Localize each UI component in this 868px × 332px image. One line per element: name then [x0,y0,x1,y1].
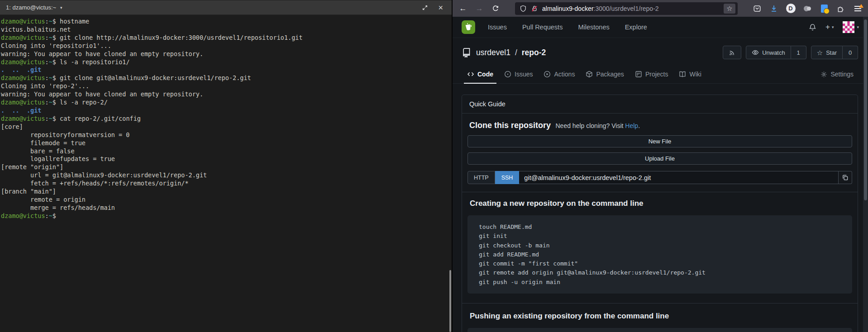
code-line: touch README.md [479,223,845,232]
nav-milestones[interactable]: Milestones [578,24,609,31]
terminal-line: dzamo@victus:~$ cat repo-2/.git/config [1,115,452,123]
url-path: :3000/usrdevel1/repo-2 [594,5,659,12]
extension-circles-icon[interactable] [801,2,814,15]
terminal-line: Cloning into 'repo-2'... [1,82,452,90]
terminal-line: logallrefupdates = true [1,155,452,163]
terminal-line: warning: You appear to have cloned an em… [1,50,452,58]
nav-pull-requests[interactable]: Pull Requests [522,24,563,31]
repo-name-link[interactable]: repo-2 [522,48,546,57]
page-scrollbar[interactable] [863,17,868,332]
eye-icon [752,49,759,56]
nav-explore[interactable]: Explore [625,24,647,31]
bookmark-star-icon[interactable]: ☆ [724,4,735,14]
terminal-window: 1: dzamo@victus:~ ▾ × dzamo@victus:~$ ho… [0,0,452,332]
clone-title: Clone this repository [469,121,551,130]
chevron-down-icon[interactable]: ▾ [60,5,62,10]
back-button[interactable]: ← [456,2,470,15]
chevron-down-icon: ▾ [832,25,834,29]
new-repo-title: Creating a new repository on the command… [470,199,852,208]
new-file-button[interactable]: New File [467,135,852,147]
tab-actions[interactable]: Actions [538,65,580,83]
gitea-page: Issues Pull Requests Milestones Explore … [453,17,868,332]
clone-url-row: HTTP SSH git@almalinux9-docker:usrdevel1… [467,171,852,184]
repo-content-box: Quick Guide Clone this repository Need h… [462,95,858,332]
shield-icon[interactable] [520,5,527,12]
project-board-icon [635,71,642,78]
push-existing-section: Pushing an existing repository from the … [462,304,858,332]
new-repo-code-block[interactable]: touch README.mdgit initgit checkout -b m… [467,215,852,294]
terminal-line: [core] [1,123,452,131]
terminal-line: fetch = +refs/heads/*:refs/remotes/origi… [1,180,452,188]
push-existing-code-block[interactable] [467,328,852,332]
restore-window-icon[interactable] [422,5,428,11]
help-link[interactable]: Help [625,122,638,129]
plus-icon: + [825,23,830,32]
rss-button[interactable] [723,46,741,59]
repo-owner-link[interactable]: usrdevel1 [476,48,510,57]
clone-url-input[interactable]: git@almalinux9-docker:usrdevel1/repo-2.g… [519,171,839,184]
terminal-line: dzamo@victus:~$ git clone http://almalin… [1,34,452,42]
url-host: almalinux9-docker [542,5,594,12]
tab-code[interactable]: Code [462,65,499,83]
star-button[interactable]: ☆ Star [811,46,843,59]
new-repo-section: Creating a new repository on the command… [462,192,858,304]
browser-window: ← → [452,0,868,332]
notifications-bell-icon[interactable] [809,24,816,31]
screen: 1: dzamo@victus:~ ▾ × dzamo@victus:~$ ho… [0,0,868,332]
chevron-down-icon: ▾ [857,25,859,29]
pocket-icon[interactable] [750,2,764,15]
url-bar[interactable]: almalinux9-docker:3000/usrdevel1/repo-2 … [515,2,738,15]
terminal-line: victus.balaitus.net [1,26,452,34]
create-new-button[interactable]: + ▾ [825,23,834,32]
gear-icon [820,71,827,78]
terminal-output[interactable]: dzamo@victus:~$ hostnamevictus.balaitus.… [0,15,452,220]
star-count[interactable]: 0 [843,46,858,59]
tab-packages[interactable]: Packages [580,65,629,83]
terminal-line: url = git@almalinux9-docker:usrdevel1/re… [1,171,452,180]
close-icon[interactable]: × [438,4,443,12]
page-scrollbar-thumb[interactable] [864,19,867,200]
star-icon: ☆ [817,49,823,56]
code-line: git remote add origin git@almalinux9-doc… [479,268,845,277]
terminal-line: merge = refs/heads/main [1,204,452,212]
unwatch-button[interactable]: Unwatch [746,46,791,59]
ssh-toggle-button[interactable]: SSH [495,171,520,184]
nav-issues[interactable]: Issues [488,24,507,31]
gitea-navbar: Issues Pull Requests Milestones Explore … [453,17,868,38]
forward-button[interactable]: → [472,2,486,15]
terminal-line: dzamo@victus:~$ [1,212,452,220]
tab-issues[interactable]: Issues [499,65,538,83]
extension-d-icon[interactable]: D [784,2,797,15]
terminal-scrollbar[interactable] [449,270,451,332]
tab-settings[interactable]: Settings [815,65,859,83]
code-line: git init [479,232,845,241]
avatar [843,21,854,33]
watch-count[interactable]: 1 [791,46,806,59]
code-icon [467,71,474,78]
repo-icon [462,47,472,57]
download-icon[interactable] [767,2,781,15]
gitea-logo[interactable] [462,20,475,34]
extension-doc-icon[interactable] [817,2,831,15]
user-menu[interactable]: ▾ [843,21,859,33]
reload-button[interactable] [489,2,502,15]
repo-tabbar: Code Issues Actions [453,65,868,84]
package-icon [586,71,593,78]
terminal-line: bare = false [1,147,452,156]
extensions-puzzle-icon[interactable] [834,2,848,15]
push-existing-title: Pushing an existing repository from the … [470,312,852,321]
terminal-line: . .. .git [1,66,452,74]
upload-file-button[interactable]: Upload File [467,152,852,165]
quick-guide-header: Quick Guide [462,95,858,114]
browser-toolbar: ← → [453,0,868,17]
tab-wiki[interactable]: Wiki [673,65,706,83]
terminal-line: filemode = true [1,139,452,147]
menu-hamburger-icon[interactable] [851,2,864,15]
tab-projects[interactable]: Projects [630,65,674,83]
http-toggle-button[interactable]: HTTP [467,171,495,184]
terminal-titlebar[interactable]: 1: dzamo@victus:~ ▾ × [0,0,452,15]
clone-section: Clone this repository Need help cloning?… [462,114,858,192]
insecure-lock-icon[interactable] [531,5,538,12]
copy-url-button[interactable] [839,171,852,184]
update-badge-icon [859,4,863,8]
